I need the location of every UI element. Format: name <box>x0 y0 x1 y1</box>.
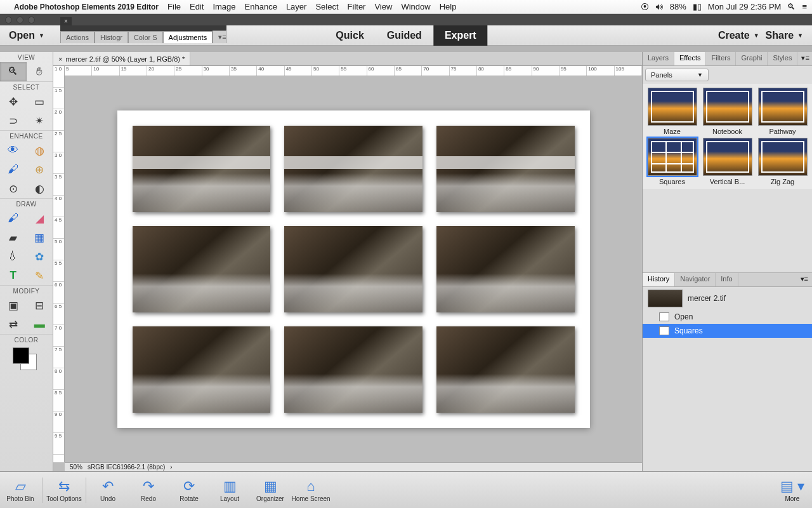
tab-actions[interactable]: Actions <box>60 31 95 43</box>
spot-heal-tool[interactable]: ◍ <box>27 141 53 160</box>
tab-histogram[interactable]: Histogr <box>95 31 128 43</box>
mode-guided[interactable]: Guided <box>376 25 433 46</box>
home-button[interactable]: ⌂Home Screen <box>291 478 331 502</box>
panel-tab-group: × Actions Histogr Color S Adjustments ▾≡ <box>60 25 226 43</box>
tab-layers[interactable]: Layers <box>643 52 674 65</box>
panel-menu-icon[interactable]: ▾≡ <box>213 30 226 43</box>
tab-info[interactable]: Info <box>716 273 738 286</box>
wifi-icon[interactable]: ⦿ <box>641 2 649 11</box>
create-button[interactable]: Create▼ <box>718 30 759 41</box>
share-button[interactable]: Share▼ <box>766 30 803 41</box>
eraser-tool[interactable]: ◢ <box>27 209 53 228</box>
tab-adjustments[interactable]: Adjustments <box>163 31 213 43</box>
right-panel-tabs: Layers Effects Filters Graphi Styles ▾≡ <box>643 52 812 66</box>
type-tool[interactable]: T <box>0 266 27 285</box>
blur-tool[interactable]: ⊙ <box>0 179 27 198</box>
tab-styles[interactable]: Styles <box>768 52 797 65</box>
tab-navigator[interactable]: Navigator <box>675 273 716 286</box>
straighten-tool[interactable]: ▬ <box>27 315 53 334</box>
history-file-row[interactable]: mercer 2.tif <box>643 287 812 310</box>
more-button[interactable]: ▤ ▾ More <box>780 478 812 502</box>
canvas-tile <box>133 226 271 312</box>
rotate-button[interactable]: ⟳Rotate <box>169 478 209 502</box>
lasso-tool[interactable]: ⊃ <box>0 111 27 130</box>
smart-brush-tool[interactable]: 🖌︎ <box>0 160 27 179</box>
zoom-value[interactable]: 50% <box>70 464 82 471</box>
min-dot[interactable] <box>16 17 23 23</box>
canvas-area[interactable] <box>65 76 642 462</box>
magic-wand-tool[interactable]: ✴ <box>27 111 53 130</box>
status-bar: 50% sRGB IEC61966-2.1 (8bpc) › <box>65 462 642 471</box>
menu-icon[interactable]: ≡ <box>802 2 807 11</box>
vertical-ruler: 1 01 52 02 53 03 54 04 55 05 56 06 57 07… <box>53 66 65 462</box>
effect-maze[interactable]: Maze <box>645 88 699 135</box>
hand-tool[interactable]: ✋︎ <box>27 62 53 81</box>
recompose-tool[interactable]: ⊟ <box>27 296 53 315</box>
tool-options-button[interactable]: ⇆Tool Options <box>44 478 84 502</box>
menu-select[interactable]: Select <box>315 2 338 11</box>
menu-window[interactable]: Window <box>401 2 430 11</box>
pencil-tool[interactable]: ✎ <box>27 266 53 285</box>
move-tool[interactable]: ✥ <box>0 92 27 111</box>
redo-button[interactable]: ↷Redo <box>128 478 169 502</box>
undo-icon: ↶ <box>88 478 128 495</box>
organizer-button[interactable]: ▦Organizer <box>250 478 291 502</box>
mode-expert[interactable]: Expert <box>433 25 488 46</box>
tab-color-swatches[interactable]: Color S <box>128 31 163 43</box>
close-icon[interactable]: × <box>58 55 62 63</box>
photo-bin-button[interactable]: ▱Photo Bin <box>0 478 41 502</box>
panel-menu-icon[interactable]: ▾≡ <box>797 52 812 65</box>
crop-tool[interactable]: ▣ <box>0 296 27 315</box>
tab-filters[interactable]: Filters <box>706 52 736 65</box>
menu-edit[interactable]: Edit <box>190 2 204 11</box>
effect-vertical-brick[interactable]: Vertical B... <box>700 138 754 185</box>
paint-bucket-tool[interactable]: ▰ <box>0 228 27 247</box>
zoom-tool[interactable]: 🔍︎ <box>0 62 27 81</box>
redeye-tool[interactable]: 👁︎ <box>0 141 27 160</box>
effect-zigzag[interactable]: Zig Zag <box>756 138 809 185</box>
tab-graphics[interactable]: Graphi <box>736 52 768 65</box>
menu-filter[interactable]: Filter <box>348 2 366 11</box>
menu-file[interactable]: File <box>167 2 181 11</box>
mode-quick[interactable]: Quick <box>324 25 375 46</box>
canvas-tile <box>284 326 422 413</box>
sponge-tool[interactable]: ◐ <box>27 179 53 198</box>
effect-pathway[interactable]: Pathway <box>756 88 809 135</box>
panel-close-icon[interactable]: × <box>60 17 72 25</box>
panels-dropdown[interactable]: Panels▼ <box>645 69 709 81</box>
document-tab[interactable]: × mercer 2.tif @ 50% (Layer 1, RGB/8) * <box>53 52 190 65</box>
menu-view[interactable]: View <box>374 2 392 11</box>
effects-grid: Maze Notebook Pathway Squares Vertical B… <box>643 84 812 189</box>
canvas-tile <box>436 226 575 312</box>
gradient-tool[interactable]: ▦ <box>27 228 53 247</box>
effect-squares[interactable]: Squares <box>645 138 699 185</box>
chevron-right-icon[interactable]: › <box>170 464 172 471</box>
content-aware-tool[interactable]: ⇄ <box>0 315 27 334</box>
menu-help[interactable]: Help <box>440 2 457 11</box>
right-panel: Layers Effects Filters Graphi Styles ▾≡ … <box>642 52 812 471</box>
eyedropper-tool[interactable]: 💧︎ <box>0 247 27 266</box>
menu-image[interactable]: Image <box>213 2 235 11</box>
brush-tool[interactable]: 🖌︎ <box>0 209 27 228</box>
close-dot[interactable] <box>5 17 12 23</box>
spotlight-icon[interactable]: 🔍︎ <box>787 2 796 11</box>
menu-enhance[interactable]: Enhance <box>245 2 277 11</box>
undo-button[interactable]: ↶Undo <box>88 478 128 502</box>
history-step-squares[interactable]: Squares <box>643 324 812 338</box>
tool-section-enhance: ENHANCE <box>0 130 53 141</box>
clone-stamp-tool[interactable]: ⊕ <box>27 160 53 179</box>
shape-tool[interactable]: ✿ <box>27 247 53 266</box>
effect-notebook[interactable]: Notebook <box>700 88 754 135</box>
history-thumb <box>648 290 683 307</box>
layout-button[interactable]: ▥Layout <box>209 478 250 502</box>
color-swatch[interactable] <box>0 345 53 373</box>
max-dot[interactable] <box>28 17 35 23</box>
volume-icon[interactable]: 🔊︎ <box>655 2 664 11</box>
open-button[interactable]: Open▼ <box>0 25 53 46</box>
tab-effects[interactable]: Effects <box>674 52 706 65</box>
tab-history[interactable]: History <box>643 273 675 286</box>
history-step-open[interactable]: Open <box>643 310 812 324</box>
marquee-tool[interactable]: ▭ <box>27 92 53 111</box>
panel-menu-icon[interactable]: ▾≡ <box>797 273 812 286</box>
menu-layer[interactable]: Layer <box>286 2 307 11</box>
